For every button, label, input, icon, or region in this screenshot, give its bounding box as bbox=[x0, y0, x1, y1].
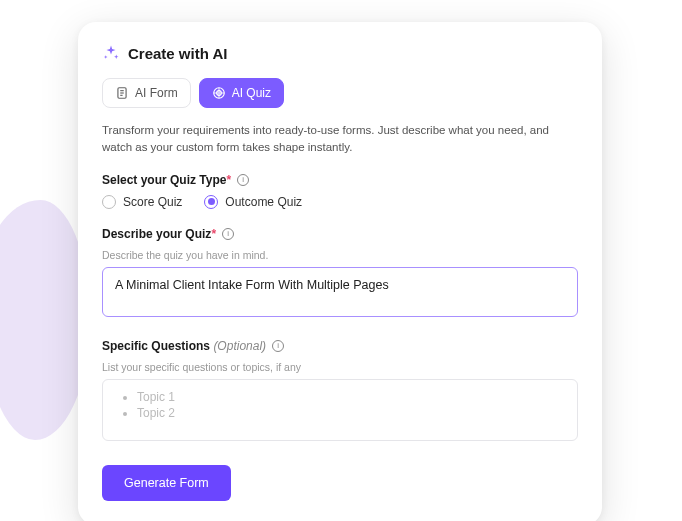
tab-ai-form[interactable]: AI Form bbox=[102, 78, 191, 108]
tabs: AI Form AI Quiz bbox=[102, 78, 578, 108]
description-text: Transform your requirements into ready-t… bbox=[102, 122, 578, 157]
describe-helper: Describe the quiz you have in mind. bbox=[102, 249, 578, 261]
specific-label: Specific Questions (Optional) bbox=[102, 339, 266, 353]
sparkle-icon bbox=[102, 44, 120, 62]
tab-ai-quiz[interactable]: AI Quiz bbox=[199, 78, 284, 108]
card-header: Create with AI bbox=[102, 44, 578, 62]
tab-label: AI Form bbox=[135, 86, 178, 100]
specific-input[interactable]: Topic 1 Topic 2 bbox=[102, 379, 578, 441]
placeholder-topic: Topic 2 bbox=[137, 406, 565, 420]
decorative-blob bbox=[0, 200, 90, 440]
quiz-type-label: Select your Quiz Type* bbox=[102, 173, 231, 187]
page-title: Create with AI bbox=[128, 45, 227, 62]
describe-input[interactable] bbox=[102, 267, 578, 317]
form-icon bbox=[115, 86, 129, 100]
info-icon[interactable]: i bbox=[272, 340, 284, 352]
quiz-type-radios: Score Quiz Outcome Quiz bbox=[102, 195, 578, 209]
brain-icon bbox=[212, 86, 226, 100]
specific-label-row: Specific Questions (Optional) i bbox=[102, 339, 578, 353]
describe-label: Describe your Quiz* bbox=[102, 227, 216, 241]
radio-outcome-quiz[interactable]: Outcome Quiz bbox=[204, 195, 302, 209]
radio-score-quiz[interactable]: Score Quiz bbox=[102, 195, 182, 209]
describe-label-row: Describe your Quiz* i bbox=[102, 227, 578, 241]
radio-label: Outcome Quiz bbox=[225, 195, 302, 209]
create-ai-card: Create with AI AI Form AI bbox=[78, 22, 602, 521]
info-icon[interactable]: i bbox=[222, 228, 234, 240]
info-icon[interactable]: i bbox=[237, 174, 249, 186]
placeholder-topic: Topic 1 bbox=[137, 390, 565, 404]
quiz-type-label-row: Select your Quiz Type* i bbox=[102, 173, 578, 187]
generate-button[interactable]: Generate Form bbox=[102, 465, 231, 501]
radio-label: Score Quiz bbox=[123, 195, 182, 209]
tab-label: AI Quiz bbox=[232, 86, 271, 100]
specific-helper: List your specific questions or topics, … bbox=[102, 361, 578, 373]
